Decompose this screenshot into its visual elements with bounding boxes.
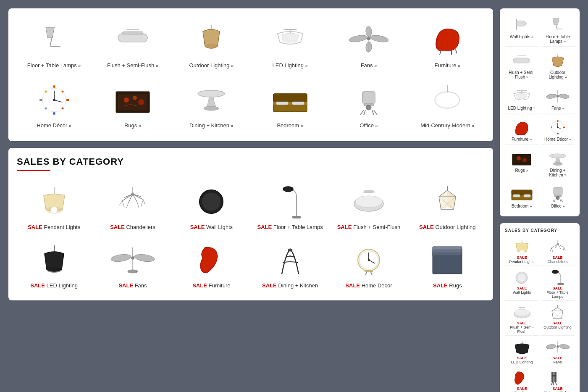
sales-panel: SALES BY CATEGORY SALE Pendant Lights (8, 148, 493, 300)
sb-wall-lights[interactable]: Wall Lights » (505, 13, 538, 47)
svg-point-35 (45, 108, 47, 110)
svg-rect-142 (512, 190, 532, 195)
chandeliers-sale-label: SALE Chandeliers (110, 224, 155, 230)
category-bedroom[interactable]: Bedroom » (253, 77, 327, 133)
sale-floor-table-lamps[interactable]: SALE Floor + Table Lamps (253, 179, 327, 234)
svg-point-134 (551, 126, 552, 128)
outdoor-lighting-sale-label: SALE Outdoor Lighting (419, 224, 475, 230)
category-led-lighting[interactable]: LED Lighting » (253, 17, 327, 73)
sb-outdoor[interactable]: Outdoor Lighting » (541, 49, 575, 82)
svg-rect-186 (551, 375, 556, 376)
ssb-pendant-icon (510, 239, 533, 255)
sb-office-icon (546, 185, 570, 202)
sb-fans-icon (546, 87, 570, 104)
flush-semi-flush-sale-label: SALE Flush + Semi-Flush (337, 224, 401, 230)
ssb-wall[interactable]: SALEWall Lights (505, 268, 539, 301)
svg-point-14 (370, 34, 389, 43)
category-floor-table-lamps[interactable]: Floor + Table Lamps » (17, 17, 91, 73)
sb-dining[interactable]: Dining + Kitchen » (541, 147, 575, 180)
category-fans[interactable]: Fans » (331, 17, 406, 73)
rugs-label: Rugs » (124, 122, 141, 129)
sb-home-decor-icon (546, 118, 570, 135)
sb-bedroom[interactable]: Bedroom » (505, 183, 538, 211)
ssb-led[interactable]: SALELED Lighting (505, 337, 539, 366)
svg-line-72 (141, 200, 143, 206)
sb-flush[interactable]: Flush + Semi-Flush » (505, 49, 538, 82)
sale-flush-semi-flush[interactable]: SALE Flush + Semi-Flush (331, 179, 406, 234)
ssb-fans[interactable]: SALEFans (541, 337, 575, 366)
ssb-chandeliers-icon (546, 239, 569, 255)
category-outdoor-lighting[interactable]: Outdoor Lighting » (174, 17, 249, 73)
sale-pendant-lights[interactable]: SALE Pendant Lights (17, 179, 91, 234)
fans-label: Fans » (361, 62, 377, 68)
ssb-dining[interactable]: SALEDining + Kitchen (541, 368, 575, 392)
category-office[interactable]: Office » (331, 77, 406, 133)
sb-led[interactable]: LED Lighting » (505, 85, 538, 113)
ssb-flush-label: SALEFlush + Semi-Flush (507, 321, 537, 334)
svg-line-70 (119, 201, 122, 206)
sale-home-decor[interactable]: SALE Home Décor (331, 238, 406, 292)
dining-kitchen-icon (188, 81, 234, 119)
svg-point-33 (45, 91, 47, 93)
svg-point-124 (556, 95, 559, 97)
svg-rect-113 (433, 247, 462, 250)
ssb-flush[interactable]: SALEFlush + Semi-Flush (505, 303, 539, 336)
svg-point-82 (355, 196, 382, 208)
floor-table-lamps-sale-icon (267, 183, 313, 221)
category-rugs[interactable]: Rugs » (95, 77, 170, 133)
svg-point-8 (205, 44, 218, 49)
dining-kitchen-sale-icon (267, 241, 313, 279)
ssb-fans-icon (546, 339, 569, 355)
ssb-furniture[interactable]: SALEFurniture (505, 368, 539, 392)
ssb-outdoor[interactable]: SALEOutdoor Lighting (541, 303, 575, 336)
svg-point-140 (553, 163, 562, 166)
ssb-chandeliers[interactable]: SALEChandeliers (541, 237, 575, 266)
ssb-floor-table[interactable]: SALEFloor + Table Lamps (541, 268, 575, 301)
sale-dining-kitchen[interactable]: SALE Dining + Kitchen (253, 238, 327, 292)
ssb-furniture-label: SALEFurniture (514, 387, 529, 392)
svg-line-54 (372, 110, 374, 115)
ssb-outdoor-label: SALEOutdoor Lighting (543, 321, 572, 329)
wall-lights-sale-label: SALE Wall Lights (190, 224, 233, 230)
svg-line-161 (551, 248, 553, 252)
sale-rugs[interactable]: SALE Rugs (410, 238, 485, 292)
sale-outdoor-lighting[interactable]: SALE Outdoor Lighting (410, 179, 485, 234)
svg-line-109 (371, 272, 372, 275)
furniture-icon (424, 21, 470, 59)
ssb-led-icon (510, 339, 533, 355)
svg-rect-145 (554, 187, 562, 195)
rugs-sale-label: SALE Rugs (433, 282, 462, 289)
sale-furniture[interactable]: SALE Furniture (174, 238, 249, 292)
svg-rect-143 (513, 195, 520, 197)
sb-rugs-icon (510, 150, 533, 166)
sb-floor-table[interactable]: Floor + Table Lamps » (541, 13, 575, 47)
category-dining-kitchen[interactable]: Dining + Kitchen » (174, 77, 249, 133)
ssb-dining-icon (546, 370, 569, 386)
sb-furniture[interactable]: Furniture » (505, 116, 538, 145)
svg-rect-80 (292, 216, 301, 218)
svg-point-31 (39, 99, 42, 101)
category-mid-century-modern[interactable]: Mid-Century Modern » (410, 77, 485, 133)
category-furniture[interactable]: Furniture » (410, 17, 485, 73)
ssb-wall-label: SALEWall Lights (513, 286, 531, 295)
sale-chandeliers[interactable]: SALE Chandeliers (95, 179, 170, 234)
svg-rect-49 (362, 92, 375, 103)
sb-office[interactable]: Office » (541, 183, 575, 211)
category-home-decor[interactable]: Home Décor » (17, 77, 91, 133)
svg-point-42 (198, 90, 225, 97)
sale-led-lighting[interactable]: SALE LED Lighting (17, 238, 91, 292)
svg-point-51 (366, 105, 371, 110)
sb-flush-label: Flush + Semi-Flush » (507, 70, 537, 79)
sb-fans[interactable]: Fans » (541, 85, 575, 113)
sale-wall-lights[interactable]: SALE Wall Lights (174, 179, 249, 234)
svg-point-30 (53, 112, 55, 115)
svg-point-133 (557, 133, 559, 134)
category-flush-semi-flush[interactable]: Flush + Semi-Flush » (95, 17, 170, 73)
svg-line-108 (365, 272, 367, 275)
sb-rugs[interactable]: Rugs » (505, 147, 538, 180)
sb-home-decor[interactable]: Home Décor » (541, 116, 575, 145)
svg-point-180 (556, 345, 559, 348)
svg-line-73 (143, 200, 145, 205)
ssb-pendant[interactable]: SALEPendant Lights (505, 237, 539, 266)
sale-fans[interactable]: SALE Fans (95, 238, 170, 292)
